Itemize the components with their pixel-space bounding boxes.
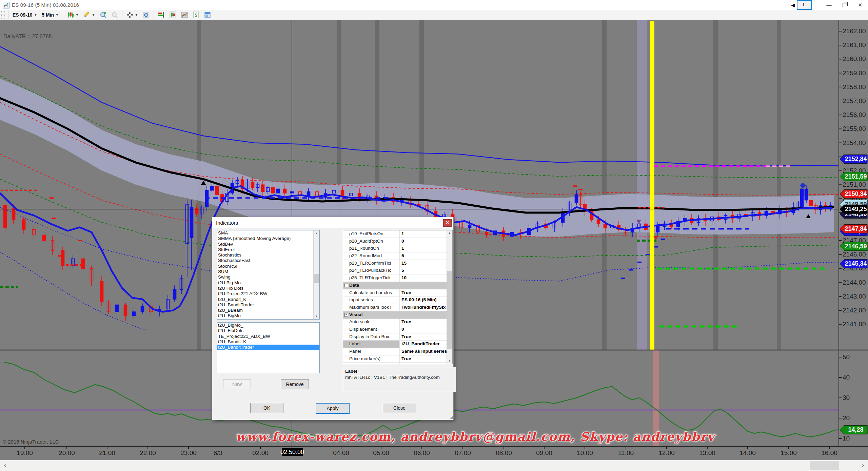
property-value[interactable]: True (400, 333, 452, 341)
property-section-header[interactable]: −Data (343, 282, 452, 289)
data-box-button[interactable] (140, 10, 152, 20)
property-row[interactable]: Maximum bars look lTwoHundredFiftySix (343, 304, 452, 311)
available-indicator-item[interactable]: t2U Project221 ADX BW (217, 291, 319, 296)
properties-panel-button[interactable] (202, 10, 213, 20)
property-row[interactable]: PanelSame as input series (343, 348, 452, 355)
scroll-right-icon[interactable]: › (859, 460, 867, 471)
property-row[interactable]: Calculate on bar closTrue (343, 289, 452, 297)
property-value[interactable]: 15 (400, 260, 452, 267)
resize-grip[interactable]: ◢ (450, 415, 453, 419)
chart-style-button[interactable]: ▼ (65, 10, 81, 20)
property-value[interactable]: 1 (400, 245, 452, 252)
chart-candles-button[interactable] (167, 10, 179, 20)
property-row[interactable]: p21_RoundOn1 (343, 245, 452, 252)
available-list-scrollbar[interactable]: ▲ ▼ (313, 230, 319, 319)
property-value[interactable]: True (400, 289, 452, 296)
selected-indicator-item[interactable]: t2U_FibDots_ (217, 328, 319, 333)
property-value[interactable]: TwoHundredFiftySix (400, 304, 452, 311)
interval-selector[interactable]: 5 Min▼ (39, 10, 61, 20)
scroll-up-icon[interactable]: ▲ (447, 230, 452, 236)
scroll-up-icon[interactable]: ▲ (314, 230, 319, 236)
property-row[interactable]: Display in Data BoxTrue (343, 333, 452, 341)
dialog-close-icon[interactable]: ✕ (443, 219, 452, 227)
property-value[interactable]: 1 (400, 230, 452, 238)
scroll-left-icon[interactable]: ‹ (1, 460, 9, 471)
property-value[interactable]: 10 (400, 274, 452, 282)
property-value[interactable]: 0 (400, 238, 452, 245)
property-row[interactable]: Auto scaleTrue (343, 319, 452, 326)
property-value[interactable]: 0 (400, 326, 452, 333)
svg-text:2145,34: 2145,34 (845, 260, 867, 267)
dialog-titlebar[interactable]: Indicators ✕ (212, 217, 453, 228)
property-value[interactable]: True (400, 319, 452, 326)
available-indicators-list[interactable]: SMASMMA (Smoothed Moving Average)StdDevS… (217, 230, 320, 320)
close-button[interactable]: ✕ (852, 0, 868, 10)
property-row[interactable]: p25_TLRTriggerTick10 (343, 274, 452, 282)
ok-button[interactable]: OK (250, 403, 283, 413)
property-section-header[interactable]: −Visual (343, 311, 452, 319)
property-value[interactable]: ES 09-16 (5 Min) (400, 296, 452, 304)
property-row[interactable]: p24_TLRPullbackTic5 (343, 267, 452, 274)
available-indicator-item[interactable]: t2U_Bandit_K (217, 297, 319, 302)
available-indicator-item[interactable]: t2U Fib Dots (217, 286, 319, 291)
available-indicator-item[interactable]: SMA (217, 230, 319, 236)
property-row[interactable]: p22_RoundMod5 (343, 252, 452, 260)
available-indicator-item[interactable]: StdDev (217, 242, 319, 247)
property-value[interactable]: 5 (400, 267, 452, 274)
scrollbar-thumb[interactable] (810, 461, 839, 470)
toolbar-grip[interactable] (1, 11, 5, 19)
property-row[interactable]: p23_TLRConfirmTicl15 (343, 260, 452, 267)
selected-indicator-item[interactable]: TE_Project221_ADX_BW (217, 334, 319, 339)
available-indicator-item[interactable]: t2U_BBeam (217, 308, 319, 313)
selected-indicator-item[interactable]: t2U_BanditTrader (217, 345, 319, 350)
property-row[interactable]: Scale justificationRight (343, 363, 452, 364)
property-row[interactable]: Price marker(s)True (343, 355, 452, 363)
property-row[interactable]: p19_ExitPlotsOn1 (343, 230, 452, 238)
fundamentals-button[interactable]: $ (190, 10, 202, 20)
selected-indicators-list[interactable]: t2U_BigMo_t2U_FibDots_TE_Project221_ADX_… (217, 322, 320, 373)
property-row[interactable]: Input seriesES 09-16 (5 Min) (343, 296, 452, 304)
link-button[interactable]: L (797, 0, 812, 10)
scroll-thumb[interactable] (314, 274, 319, 283)
property-value[interactable]: t2U_BanditTrader (400, 341, 452, 348)
zoom-out-button (109, 10, 120, 20)
property-row[interactable]: Displacement0 (343, 326, 452, 333)
horizontal-scrollbar[interactable]: ‹ › (0, 460, 868, 471)
available-indicator-item[interactable]: Swing (217, 274, 319, 280)
drawing-tools-button[interactable]: ▼ (81, 10, 97, 20)
indicators-button[interactable] (156, 10, 167, 20)
collapse-icon[interactable]: − (344, 313, 348, 317)
property-row[interactable]: p20_AuditRptOn0 (343, 238, 452, 245)
property-grid[interactable]: p19_ExitPlotsOn1p20_AuditRptOn0p21_Round… (343, 230, 453, 364)
crosshair-button[interactable]: ▼ (124, 10, 140, 20)
restore-button[interactable] (837, 0, 852, 10)
property-grid-scrollbar[interactable]: ▲ ▼ (447, 230, 452, 364)
available-indicator-item[interactable]: StochRSI (217, 264, 319, 269)
available-indicator-item[interactable]: StdError (217, 247, 319, 252)
instrument-selector[interactable]: ES 09-16▼ (10, 10, 39, 20)
zoom-in-button[interactable] (97, 10, 109, 20)
available-indicator-item[interactable]: StochasticsFast (217, 258, 319, 263)
selected-indicator-item[interactable]: t2U_Bandit_K (217, 339, 319, 345)
property-value[interactable]: Right (400, 363, 452, 364)
scroll-down-icon[interactable]: ▼ (447, 359, 452, 364)
remove-button[interactable]: Remove (281, 379, 309, 389)
property-row[interactable]: Labelt2U_BanditTrader (343, 341, 452, 348)
close-dialog-button[interactable]: Close (383, 403, 416, 413)
apply-button[interactable]: Apply (316, 403, 350, 414)
collapse-icon[interactable]: − (344, 284, 348, 287)
available-indicator-item[interactable]: t2U_BanditTrader (217, 302, 319, 308)
minimize-button[interactable]: — (821, 0, 837, 10)
scroll-thumb[interactable] (447, 271, 452, 349)
available-indicator-item[interactable]: t2U Big Mo (217, 280, 319, 286)
scroll-down-icon[interactable]: ▼ (314, 313, 319, 319)
property-value[interactable]: Same as input series (400, 348, 452, 355)
selected-indicator-item[interactable]: t2U_BigMo_ (217, 323, 319, 328)
available-indicator-item[interactable]: SUM (217, 269, 319, 274)
regions-button[interactable] (179, 10, 190, 20)
property-value[interactable]: 5 (400, 252, 452, 260)
available-indicator-item[interactable]: Stochastics (217, 252, 319, 258)
available-indicator-item[interactable]: SMMA (Smoothed Moving Average) (217, 236, 319, 241)
available-indicator-item[interactable]: t2U_BigMo (217, 313, 319, 319)
property-value[interactable]: True (400, 355, 452, 363)
